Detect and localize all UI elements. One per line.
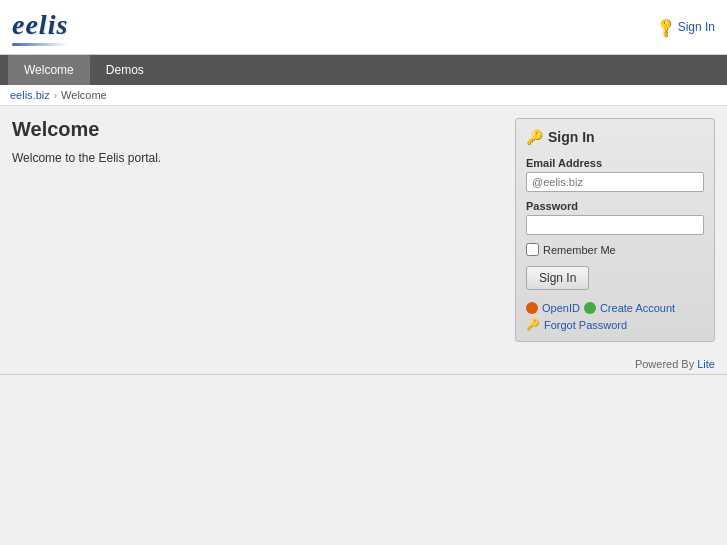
logo: eelis — [12, 9, 68, 46]
signin-title-label: Sign In — [548, 129, 595, 145]
remember-label: Remember Me — [543, 244, 616, 256]
header-signin-area: 🔑 Sign In — [657, 19, 715, 35]
powered-by-label: Powered By — [635, 358, 694, 370]
logo-text: eelis — [12, 9, 68, 41]
nav-item-welcome[interactable]: Welcome — [8, 55, 90, 85]
email-input[interactable] — [526, 172, 704, 192]
page-heading: Welcome — [12, 118, 495, 141]
bottom-bar — [0, 374, 727, 392]
nav-item-demos[interactable]: Demos — [90, 55, 160, 85]
forgot-key-icon: 🔑 — [526, 318, 540, 331]
navbar: Welcome Demos — [0, 55, 727, 85]
content-area: Welcome Welcome to the Eelis portal. — [12, 118, 515, 165]
forgot-password-link[interactable]: Forgot Password — [544, 319, 627, 331]
signin-button[interactable]: Sign In — [526, 266, 589, 290]
password-label: Password — [526, 200, 704, 212]
password-group: Password — [526, 200, 704, 235]
signin-title: 🔑 Sign In — [526, 129, 704, 145]
page-body: Welcome to the Eelis portal. — [12, 151, 495, 165]
remember-checkbox[interactable] — [526, 243, 539, 256]
powered-by-link[interactable]: Lite — [697, 358, 715, 370]
signin-key-icon: 🔑 — [526, 129, 543, 145]
password-input[interactable] — [526, 215, 704, 235]
header: eelis 🔑 Sign In — [0, 0, 727, 55]
breadcrumb-root[interactable]: eelis.biz — [10, 89, 50, 101]
logo-underline — [12, 43, 68, 46]
forgot-row: 🔑 Forgot Password — [526, 318, 704, 331]
key-icon: 🔑 — [653, 15, 676, 38]
person-icon — [584, 302, 596, 314]
footer: Powered By Lite — [0, 354, 727, 374]
breadcrumb-separator: › — [54, 90, 57, 101]
header-signin-link[interactable]: Sign In — [678, 20, 715, 34]
email-label: Email Address — [526, 157, 704, 169]
main-area: Welcome Welcome to the Eelis portal. 🔑 S… — [0, 106, 727, 354]
openid-link[interactable]: OpenID — [542, 302, 580, 314]
links-row: OpenID Create Account — [526, 302, 704, 314]
remember-row: Remember Me — [526, 243, 704, 256]
signin-panel: 🔑 Sign In Email Address Password Remembe… — [515, 118, 715, 342]
openid-icon — [526, 302, 538, 314]
create-account-link[interactable]: Create Account — [600, 302, 675, 314]
breadcrumb: eelis.biz › Welcome — [0, 85, 727, 106]
email-group: Email Address — [526, 157, 704, 192]
logo-area: eelis — [12, 9, 68, 46]
breadcrumb-current: Welcome — [61, 89, 107, 101]
